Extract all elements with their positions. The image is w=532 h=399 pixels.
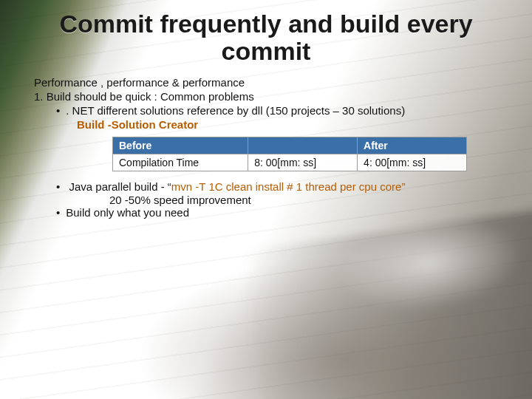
td-before-val: 8: 00[mm: ss] [248, 154, 358, 171]
th-blank [248, 137, 358, 154]
build-solution-creator: Build -Solution Creator [34, 118, 514, 131]
slide-title: Commit frequently and build every commit [59, 10, 473, 64]
th-before: Before [113, 137, 248, 154]
th-after: After [358, 137, 467, 154]
slide-body: Performance , performance & performance … [18, 76, 514, 219]
slide: Commit frequently and build every commit… [0, 0, 532, 399]
mvn-command: mvn -T 1C clean install # 1 thread per c… [171, 180, 406, 193]
bullet-net-solutions: . NET different solutions reference by d… [34, 104, 514, 117]
numbered-line: 1. Build should be quick : Common proble… [34, 90, 514, 103]
bullet-java-parallel: Java parallel build - “mvn -T 1C clean i… [66, 180, 514, 193]
timing-table: Before After Compilation Time 8: 00[mm: … [34, 137, 514, 171]
td-after-val: 4: 00[mm: ss] [358, 154, 467, 171]
speed-line: 20 -50% speed improvement [66, 194, 514, 206]
tail-bullets: Java parallel build - “mvn -T 1C clean i… [34, 180, 514, 219]
bullet-build-only: Build only what you need [66, 206, 514, 219]
java-prefix: Java parallel build - “ [69, 180, 171, 193]
td-label: Compilation Time [113, 154, 248, 171]
perf-line: Performance , performance & performance [34, 76, 514, 89]
